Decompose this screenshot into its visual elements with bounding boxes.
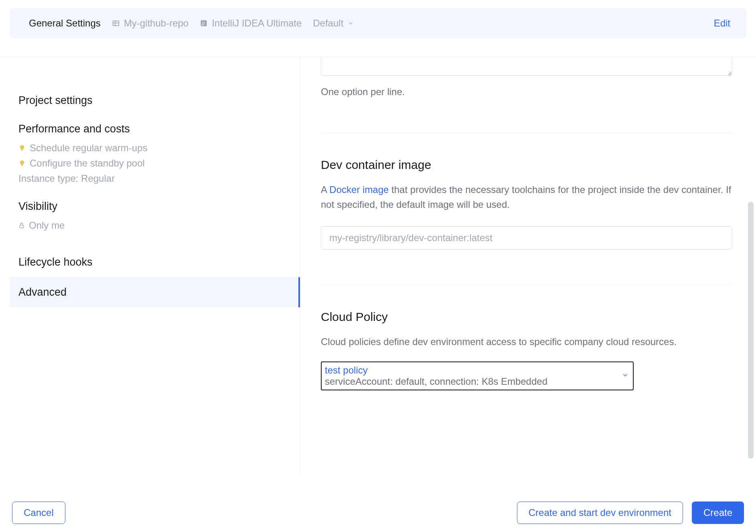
cloud-policy-desc: Cloud policies define dev environment ac…: [321, 334, 732, 349]
cloud-policy-select[interactable]: test policy serviceAccount: default, con…: [321, 361, 634, 390]
sidebar-item-standby[interactable]: Configure the standby pool: [18, 158, 300, 169]
sidebar: Project settings Performance and costs S…: [0, 57, 300, 474]
footer: Cancel Create and start dev environment …: [0, 502, 756, 524]
body: Project settings Performance and costs S…: [0, 57, 756, 474]
options-textarea[interactable]: [321, 57, 732, 76]
dev-container-heading: Dev container image: [321, 158, 732, 172]
cloud-policy-section: Cloud Policy Cloud policies define dev e…: [321, 285, 732, 390]
sidebar-item-warmups[interactable]: Schedule regular warm-ups: [18, 142, 300, 154]
ide-icon: IJ: [200, 19, 208, 27]
sidebar-item-advanced[interactable]: Advanced: [10, 277, 300, 307]
scrollbar[interactable]: [748, 202, 754, 459]
config-crumb[interactable]: Default: [313, 18, 354, 29]
docker-image-link[interactable]: Docker image: [329, 184, 389, 195]
performance-section: Performance and costs Schedule regular w…: [10, 123, 300, 184]
visibility-section: Visibility Only me: [10, 200, 300, 231]
header-bar: General Settings My-github-repo IJ Intel…: [10, 8, 746, 39]
performance-heading[interactable]: Performance and costs: [18, 123, 300, 135]
cloud-policy-heading: Cloud Policy: [321, 310, 732, 324]
chevron-down-icon: [347, 20, 354, 26]
options-hint: One option per line.: [321, 86, 732, 97]
repo-icon: [112, 19, 120, 27]
policy-selected-name: test policy: [325, 365, 617, 376]
create-button[interactable]: Create: [692, 502, 744, 524]
svg-rect-4: [202, 24, 204, 25]
config-label: Default: [313, 18, 343, 29]
repo-crumb[interactable]: My-github-repo: [112, 18, 188, 29]
project-settings-section: Project settings: [10, 94, 300, 107]
sidebar-item-instance-type[interactable]: Instance type: Regular: [18, 173, 300, 184]
visibility-heading[interactable]: Visibility: [18, 200, 300, 213]
sidebar-item-only-me[interactable]: Only me: [18, 220, 300, 231]
lock-icon: [18, 222, 25, 229]
create-and-start-button[interactable]: Create and start dev environment: [517, 502, 683, 524]
sidebar-item-label: Schedule regular warm-ups: [30, 142, 147, 154]
chevron-down-icon: [622, 372, 629, 380]
ide-label: IntelliJ IDEA Ultimate: [212, 18, 302, 29]
sidebar-item-label: Instance type: Regular: [18, 173, 115, 184]
sidebar-item-lifecycle[interactable]: Lifecycle hooks: [10, 247, 300, 277]
policy-selected-detail: serviceAccount: default, connection: K8s…: [325, 376, 617, 387]
sidebar-item-label: Configure the standby pool: [30, 158, 145, 169]
ide-crumb[interactable]: IJ IntelliJ IDEA Ultimate: [200, 18, 302, 29]
svg-text:IJ: IJ: [202, 21, 205, 24]
page-title: General Settings: [29, 18, 101, 29]
dev-container-image-input[interactable]: [321, 226, 732, 250]
cancel-button[interactable]: Cancel: [12, 502, 65, 524]
dev-container-desc: A Docker image that provides the necessa…: [321, 182, 732, 212]
edit-link[interactable]: Edit: [714, 18, 730, 29]
scroll-content: One option per line. Dev container image…: [321, 57, 732, 402]
lightbulb-icon: [18, 144, 26, 152]
main-content: One option per line. Dev container image…: [300, 57, 756, 474]
desc-text: A: [321, 184, 329, 195]
dev-container-section: Dev container image A Docker image that …: [321, 133, 732, 250]
breadcrumb: General Settings My-github-repo IJ Intel…: [29, 18, 354, 29]
svg-rect-6: [20, 225, 23, 228]
footer-actions: Create and start dev environment Create: [517, 502, 744, 524]
sidebar-item-label: Only me: [29, 220, 65, 231]
project-settings-heading[interactable]: Project settings: [18, 94, 300, 107]
lightbulb-icon: [18, 160, 26, 167]
repo-label: My-github-repo: [124, 18, 188, 29]
